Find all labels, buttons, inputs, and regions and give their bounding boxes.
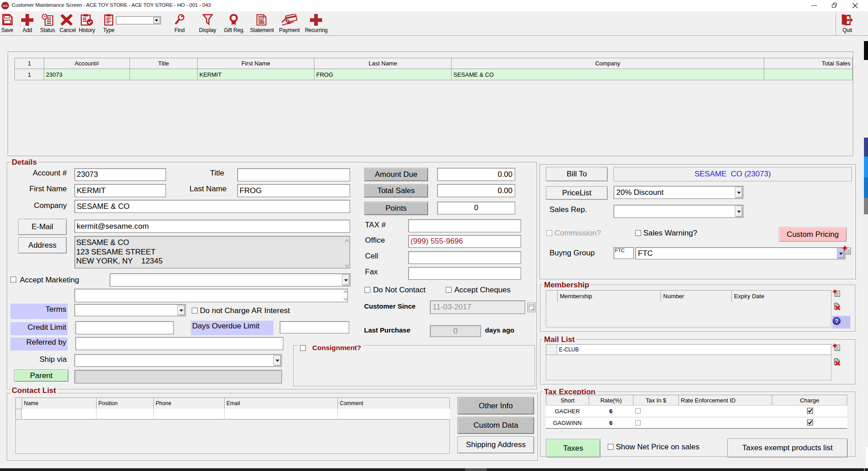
- svg-text:?: ?: [835, 318, 839, 324]
- svg-text:$: $: [260, 16, 262, 21]
